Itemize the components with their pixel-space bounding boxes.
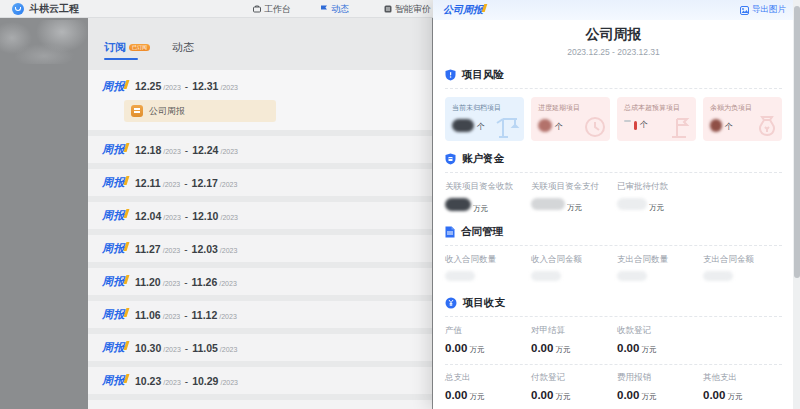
date-range: 11.06/2023 - 11.12/2023 [135, 309, 237, 321]
metric: 关联项目资金收款 万元 [445, 181, 531, 214]
masked-value [617, 198, 647, 210]
list-item-week[interactable]: 周报 12.04/2023 - 12.10/2023 [88, 202, 432, 229]
section-title: 合同管理 [461, 225, 503, 239]
divider [445, 88, 782, 89]
list-item-week[interactable]: 周报 11.20/2023 - 11.26/2023 [88, 268, 432, 295]
brand-logo-icon [12, 3, 24, 15]
list-item-week[interactable]: 周报 11.27/2023 - 12.03/2023 [88, 235, 432, 262]
weekly-stamp-icon: 周报 [102, 340, 125, 355]
flag-icon [669, 115, 693, 139]
metric: 收入合同金额 [531, 254, 617, 285]
clock-icon [583, 115, 607, 139]
weekly-report-drawer: 公司周报 导出图片 公司周报 2023.12.25 - 2023.12.31 项… [433, 0, 800, 409]
brand[interactable]: 斗栱云工程 [12, 2, 79, 16]
metric: 收入合同数量 [445, 254, 531, 285]
weekly-report-list: 周报 12.25/2023 - 12.31/2023 公司周报 周报 12.18… [88, 70, 432, 409]
list-item-week[interactable]: 周报 11.06/2023 - 11.12/2023 [88, 301, 432, 328]
weekly-stamp-icon: 周报 [102, 373, 125, 388]
list-item-week[interactable]: 周报 10.23/2023 - 10.29/2023 [88, 367, 432, 394]
metric: 支出合同数量 [617, 254, 703, 285]
report-date-range: 2023.12.25 - 2023.12.31 [445, 47, 782, 57]
divider [445, 316, 782, 317]
app-screen: 斗栱云工程 工作台 动态 智能审价 限免 订阅 [0, 0, 800, 409]
date-range: 10.30/2023 - 11.05/2023 [135, 342, 237, 354]
divider [445, 245, 782, 246]
list-item-week[interactable]: 周报 10.30/2023 - 11.05/2023 [88, 334, 432, 361]
nav-item-workbench[interactable]: 工作台 [253, 0, 291, 18]
nav-item-label: 动态 [331, 3, 349, 16]
masked-value [634, 121, 637, 130]
moneybag-icon [755, 115, 779, 139]
section-contract-management: 合同管理 收入合同数量 收入合同金额 支出合同数量 [445, 225, 782, 285]
weekly-stamp-icon: 周报 [102, 307, 125, 322]
risk-card-over-budget[interactable]: 总成本超预算项目 个 [617, 97, 696, 141]
masked-value [531, 271, 561, 281]
report-link-label: 公司周报 [149, 105, 185, 118]
drawer-header: 公司周报 导出图片 [433, 0, 800, 20]
masked-value [617, 271, 647, 281]
weekly-stamp-icon: 周报 [102, 79, 125, 94]
tab-label: 动态 [172, 40, 194, 55]
export-image-button[interactable]: 导出图片 [740, 4, 786, 16]
nav-item-dynamic[interactable]: 动态 [320, 0, 349, 18]
weekly-stamp-icon: 周报 [102, 241, 125, 256]
shield-alert-icon [445, 69, 456, 81]
list-item-week-current[interactable]: 周报 12.25/2023 - 12.31/2023 公司周报 [88, 70, 432, 130]
background-banner-image [0, 20, 88, 64]
nav-item-label: 工作台 [264, 3, 291, 16]
date-range: 11.27/2023 - 12.03/2023 [135, 243, 237, 255]
flag-chart-icon [320, 5, 328, 13]
section-project-risk: 项目风险 当前未归档项目 个 进度延期项目 个 [445, 68, 782, 141]
metric: 对甲结算 0.00万元 [531, 325, 617, 356]
masked-value [703, 271, 733, 281]
metric: 关联项目资金支付 万元 [531, 181, 617, 214]
section-title: 项目收支 [463, 296, 505, 310]
report-title: 公司周报 [445, 26, 782, 44]
panel-tabs: 订阅 已订阅 动态 [104, 40, 432, 55]
review-icon [384, 5, 392, 13]
masked-value [624, 120, 631, 122]
date-range: 12.04/2023 - 12.10/2023 [135, 210, 238, 222]
report-stamp-logo: 公司周报 [443, 3, 483, 17]
risk-card-negative-balance[interactable]: 余额为负项目 个 [703, 97, 782, 141]
list-item-week[interactable]: 周报 12.18/2023 - 12.24/2023 [88, 136, 432, 163]
active-tab-underline [104, 58, 138, 60]
masked-value [445, 271, 475, 281]
drawer-scrollbar[interactable] [793, 0, 800, 409]
weekly-stamp-icon: 周报 [102, 208, 125, 223]
section-title: 项目风险 [462, 68, 504, 82]
dimmed-page-background [0, 18, 88, 409]
risk-card-delayed[interactable]: 进度延期项目 个 [531, 97, 610, 141]
date-range: 12.18/2023 - 12.24/2023 [135, 144, 238, 156]
subscription-panel: 订阅 已订阅 动态 周报 12.25/2023 - 12.31/2023 [88, 18, 432, 409]
export-image-label: 导出图片 [752, 4, 786, 16]
scrollbar-thumb[interactable] [794, 6, 800, 278]
metric: 支出合同金额 [703, 254, 789, 285]
metric: 产值 0.00万元 [445, 325, 531, 356]
date-range: 12.25/2023 - 12.31/2023 [135, 80, 238, 92]
risk-card-unarchived[interactable]: 当前未归档项目 个 [445, 97, 524, 141]
brand-name: 斗栱云工程 [29, 2, 79, 16]
list-item-week-partial[interactable] [88, 400, 432, 409]
masked-value [531, 198, 565, 210]
tab-dynamic[interactable]: 动态 [172, 40, 194, 55]
briefcase-icon [253, 5, 261, 13]
yen-circle-icon [445, 297, 457, 309]
date-range: 10.23/2023 - 10.29/2023 [135, 375, 238, 387]
masked-value [538, 119, 552, 132]
date-range: 11.20/2023 - 11.26/2023 [135, 276, 237, 288]
company-weekly-report-link[interactable]: 公司周报 [124, 100, 276, 122]
tab-subscribe[interactable]: 订阅 已订阅 [104, 40, 150, 55]
section-account-funds: 账户资金 关联项目资金收款 万元 关联项目资金支付 万元 已审批待付款 万元 [445, 152, 782, 214]
weekly-stamp-icon: 周报 [102, 175, 125, 190]
section-project-income-expense: 项目收支 产值 0.00万元 对甲结算 0.00万元 收款登记 0.00万元 [445, 296, 782, 403]
list-item-week[interactable]: 周报 12.11/2023 - 12.17/2023 [88, 169, 432, 196]
nav-item-label: 智能审价 [395, 3, 431, 16]
masked-value [445, 198, 471, 211]
crane-icon [495, 113, 521, 139]
metric: 费用报销 0.00万元 [617, 372, 703, 403]
metric: 付款登记 0.00万元 [531, 372, 617, 403]
subscribe-badge: 已订阅 [129, 44, 150, 51]
wallet-shield-icon [445, 153, 456, 165]
drawer-body: 公司周报 2023.12.25 - 2023.12.31 项目风险 当前未归档项… [433, 20, 800, 409]
